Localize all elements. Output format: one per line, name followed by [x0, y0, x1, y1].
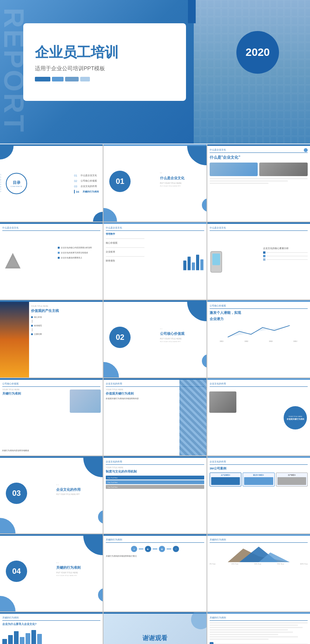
- slide-4-culture: 什么是企业文化 企业文化的核心内容及要素分析说明 企业文化的发展与演变过程描述: [0, 222, 103, 299]
- sq3: [263, 258, 265, 261]
- line2: [210, 180, 288, 182]
- label-fin: 财务报告: [106, 259, 145, 263]
- slide-2-section01: 01 " " 什么是企业文化 PUT YOUR TITLE HERE PUT Y…: [103, 144, 206, 222]
- box3-bar: [277, 477, 306, 485]
- dot3: [31, 333, 33, 335]
- hero-sub-title: 适用于企业公司培训PPT模板: [35, 65, 174, 72]
- quote04: " ": [56, 562, 99, 564]
- item-a: 企业文化的核心内容及要素分析说明: [58, 246, 100, 249]
- slide15-header: 企业文化的作用: [210, 460, 308, 465]
- num-2: 02: [74, 180, 79, 182]
- bar-chart19: [2, 629, 100, 644]
- item-4-active: 04 关键的行为准则: [74, 190, 99, 194]
- text-c: 企业文化建设的重要意义: [61, 256, 82, 259]
- slide-15-3m: 企业文化的作用 3M公司案例 从产品管理卡 通过学习管理卡 生产管理卡: [207, 456, 310, 533]
- tl3: [210, 627, 303, 628]
- mu-lu-circle: 目录 CONTENTS: [6, 173, 27, 194]
- fc2: ▶: [145, 546, 151, 552]
- b4: [20, 637, 24, 644]
- fc3: ◆: [159, 546, 165, 552]
- line1: [210, 178, 308, 179]
- quote: " ": [160, 172, 203, 175]
- deco-circle: [304, 148, 308, 152]
- bullet-b: [58, 252, 60, 254]
- hero-bars: [35, 77, 174, 81]
- hero-year: 2020: [236, 31, 279, 74]
- sec03-text: " " 企业文化的作用 PUT YOUR TITLE HERE PPT: [56, 484, 99, 495]
- slide15-title: 3M公司案例: [210, 466, 308, 471]
- section-text: " " 什么是企业文化 PUT YOUR TITLE HERE PUT YOUR…: [160, 172, 203, 187]
- tr-shape4: [83, 536, 103, 555]
- city-photo: [0, 302, 29, 377]
- num-1: 01: [74, 174, 79, 177]
- slide9-title2: 企业潜力: [210, 317, 308, 322]
- sq2: [263, 255, 265, 257]
- tl7: [210, 636, 298, 637]
- box1: 从产品管理卡: [210, 473, 241, 486]
- text-lines21: [210, 622, 308, 640]
- table-row3: Your Tool Here: [106, 485, 204, 489]
- slide6-header: 什么是企业文化: [210, 226, 308, 231]
- table-row2: Your Tool Here: [106, 480, 204, 484]
- num-3: 03: [74, 185, 79, 188]
- contents-watermark: CONTENTS: [0, 174, 2, 193]
- arrow1: [139, 549, 143, 549]
- sec04-sub: PUT YOUR TITLE HERE: [56, 571, 99, 574]
- tr2-text: Your Tool Here: [107, 481, 117, 483]
- sec02-tiny: PUT YOUR TITLE HERE PPT: [160, 341, 203, 343]
- bl-shape: [103, 362, 119, 377]
- flow3-text: 主要结果: [34, 333, 42, 335]
- tl2: [210, 625, 298, 626]
- section-title: 什么是企业文化: [160, 176, 203, 181]
- label-2: 公司核心价值观: [81, 179, 97, 183]
- flow2-text: 标准规范: [34, 324, 42, 327]
- hero-slide: REPORT 企业员工培训 适用于企业公司培训PPT模板 2: [0, 0, 310, 144]
- xl2: 25% Time: [231, 563, 238, 565]
- cl4: 策略4: [293, 340, 297, 342]
- thankyou-title: 谢谢观看: [143, 634, 167, 642]
- tl5: [210, 632, 293, 633]
- icon-rows: [210, 642, 308, 644]
- slide14-header: 企业文化的作用: [106, 460, 204, 465]
- slide-20-thankyou: 谢谢观看 适用于企业公司培训PPT模板 2020: [103, 612, 206, 644]
- cl1: 策略1: [220, 340, 224, 342]
- slide-main-title: 什么是"企业文化": [210, 155, 308, 160]
- b5: [26, 633, 30, 644]
- flow-items: 核心价值 标准规范 主要结果: [31, 316, 100, 335]
- value-content: YOUR TITLE HERE 价值观的产生主线 核心价值 标准规范: [31, 305, 100, 335]
- icon1: [210, 642, 214, 644]
- bullet-c: [58, 257, 60, 259]
- slide9-title: 激发个人潜能，实现: [210, 310, 308, 315]
- fc1-icon: ●: [133, 548, 134, 550]
- desc1: 企业文化的核心要素分析: [263, 247, 308, 250]
- b6: [31, 630, 36, 644]
- line1: [267, 252, 308, 253]
- quote02: " ": [160, 328, 203, 331]
- slide-10-core-behavior: 公司核心价值观 YOUR TITLE HERE 关键行为准则 关键行为准则内容说…: [0, 378, 103, 455]
- sec02-text: " " 公司核心价值观 PUT YOUR TITLE HERE PUT YOUR…: [160, 328, 203, 343]
- fc4-icon: ✓: [175, 548, 177, 550]
- cl2: 策略2: [245, 340, 248, 342]
- num04: 04: [6, 561, 27, 582]
- b1: [2, 639, 7, 644]
- circle-tr: [187, 146, 207, 165]
- sep2: [106, 247, 145, 248]
- slide-header-label: 什么是企业文化: [210, 148, 308, 153]
- quote03: " ": [56, 484, 99, 486]
- b7: [37, 634, 42, 644]
- tl1: [210, 622, 308, 623]
- box1-title: 从产品管理卡: [221, 474, 230, 476]
- slide-1-contents: CONTENTS 目录 CONTENTS 01 什么是企业文化 02 公司核心价…: [0, 144, 103, 222]
- slide14-title: 制度与文化的作用机制: [106, 469, 204, 474]
- bl-shape4: [0, 596, 16, 611]
- flow1: 核心价值: [31, 316, 100, 318]
- slide-9-potential: 公司核心价值观 激发个人潜能，实现 企业潜力 策略1 策略2 策略3 策略4: [207, 300, 310, 377]
- fc1: ●: [131, 546, 137, 552]
- slide-13-section03: 03 " " 企业文化的作用 PUT YOUR TITLE HERE PPT: [0, 456, 103, 533]
- slide17-header: 关键的行为准则: [106, 538, 204, 543]
- slide-7-value-origin: YOUR TITLE HERE 价值观的产生主线 核心价值 标准规范: [0, 300, 103, 377]
- tl4: [210, 629, 288, 630]
- box3-title: 生产管理卡: [288, 474, 296, 476]
- slide6-text: 企业文化的核心要素分析: [263, 247, 308, 261]
- arrow2: [153, 549, 157, 549]
